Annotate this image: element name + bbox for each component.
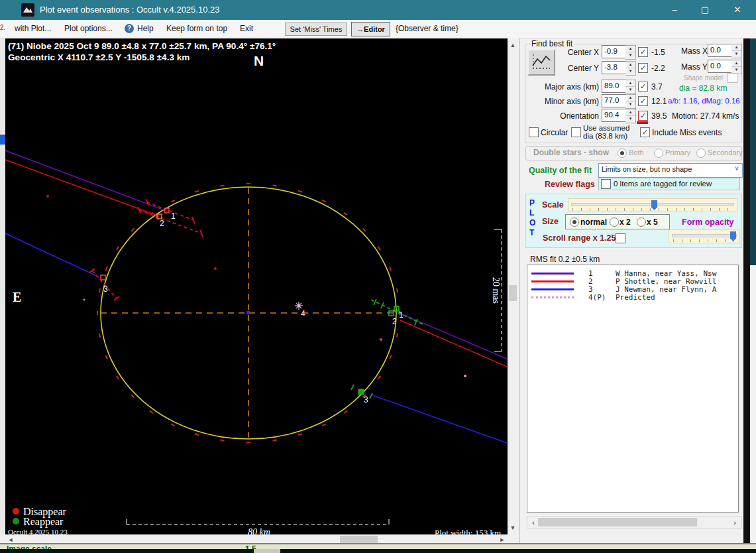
scale-slider[interactable] [568, 198, 737, 212]
minimize-button[interactable]: – [659, 0, 690, 20]
scroll-down-arrow[interactable]: ▼ [509, 524, 517, 532]
observer-line-sample [531, 296, 574, 298]
observer-row: 4(P) Predicted [527, 293, 738, 302]
horizontal-scroll-thumb[interactable] [340, 536, 378, 543]
image-scale-value: 1.5 [245, 544, 256, 549]
field-star [380, 338, 382, 341]
east-label: E [13, 290, 21, 304]
dia-text: dia = 82.8 km [679, 84, 727, 93]
center-y-unc-checkbox[interactable]: ✓ [638, 63, 648, 73]
scroll-range-checkbox[interactable] [616, 233, 625, 243]
occult-plot-window: 2. Plot event observations : Occult v.4.… [0, 0, 756, 553]
plot-width-label: Plot width: 153 km [435, 528, 501, 534]
form-opacity-slider[interactable] [669, 229, 740, 243]
mass-y-spinner[interactable]: ▲▼ [731, 60, 742, 74]
menu-exit[interactable]: Exit [240, 24, 253, 33]
background-bottom-bar [0, 549, 756, 553]
close-button[interactable]: ✕ [722, 0, 753, 20]
mass-y-input[interactable]: 0.0 [708, 60, 733, 73]
plot-vertical-scrollbar[interactable]: ▲ ▼ [508, 38, 518, 534]
maximize-button[interactable]: ▢ [690, 0, 720, 20]
km-scale-label: 80 km [248, 527, 270, 534]
mass-y-label: Mass Y [681, 62, 708, 72]
include-miss-checkbox[interactable]: ✓ [640, 127, 650, 137]
occult-version-label: Occult 4.2025.10.23 [8, 528, 68, 534]
observer-listbox[interactable]: 1 W Hanna, near Yass, Nsw 2 P Shottle, n… [527, 265, 739, 513]
plot-area[interactable]: (71) Niobe 2025 Oct 9 89.0 ±4.8 x 77.0 ±… [5, 38, 508, 534]
vertical-scroll-thumb[interactable] [509, 285, 517, 301]
editor-button[interactable]: →Editor [351, 22, 390, 36]
plot-canvas[interactable]: (71) Niobe 2025 Oct 9 89.0 ±4.8 x 77.0 ±… [5, 38, 508, 534]
double-stars-both-radio[interactable] [618, 149, 627, 158]
panel-scroll-left-arrow[interactable]: ‹ [530, 519, 537, 526]
orientation-spinner[interactable]: ▲▼ [625, 109, 636, 123]
motion-text: Motion: 27.74 km/s [672, 111, 739, 121]
major-axis-unc-checkbox[interactable]: ✓ [638, 82, 648, 92]
quality-of-fit-label: Quality of the fit [529, 166, 592, 175]
double-stars-both-label: Both [629, 149, 644, 156]
review-flags-box: 0 items are tagged for review [598, 178, 740, 190]
center-x-spinner[interactable]: ▲▼ [625, 45, 636, 60]
panel-scroll-right-arrow[interactable]: › [731, 519, 738, 526]
review-flags-text: 0 items are tagged for review [614, 180, 712, 188]
double-stars-secondary-radio[interactable] [696, 149, 706, 158]
field-star [46, 195, 49, 198]
menu-keep-form-on-top[interactable]: Keep form on top [166, 24, 227, 33]
minor-axis-unc-value: 12.1 [651, 97, 667, 106]
panel-scroll-thumb[interactable] [538, 518, 697, 526]
plot-controls-panel: P L O T Scale Size normal x 2 x 5 Form o… [525, 194, 742, 248]
mass-x-spinner[interactable]: ▲▼ [731, 44, 742, 58]
major-axis-unc-value: 3.7 [651, 82, 663, 92]
quality-of-fit-combobox[interactable]: Limits on size, but no shape ˅ [598, 163, 743, 178]
plot-letter-o: O [529, 218, 535, 227]
double-stars-primary-radio[interactable] [654, 149, 663, 158]
menu-plot-options[interactable]: Plot options... [64, 24, 113, 33]
form-opacity-slider-ticks [673, 239, 735, 242]
size-x5-radio[interactable] [637, 217, 646, 227]
set-miss-times-button[interactable]: Set 'Miss' Times [285, 23, 347, 36]
size-normal-label: normal [580, 217, 607, 227]
review-flags-checkbox[interactable] [601, 179, 611, 189]
center-x-unc-value: -1.5 [651, 48, 665, 57]
size-x2-radio[interactable] [610, 217, 619, 227]
major-axis-spinner[interactable]: ▲▼ [625, 80, 636, 94]
title-bar[interactable]: Plot event observations : Occult v.4.202… [0, 0, 756, 20]
form-opacity-label: Form opacity [682, 217, 734, 227]
form-opacity-slider-rail [672, 234, 737, 237]
app-icon [21, 3, 34, 17]
orientation-label: Orientation [526, 111, 599, 121]
center-x-input[interactable]: -0.9 [602, 45, 627, 58]
major-axis-label: Major axis (km) [526, 82, 599, 92]
scroll-up-arrow[interactable]: ▲ [509, 41, 517, 49]
menu-bar: with Plot... Plot options... ? Help Keep… [0, 20, 756, 39]
size-x2-label: x 2 [620, 217, 631, 227]
orientation-unc-checkbox[interactable]: ✓ [638, 111, 648, 121]
use-assumed-dia-checkbox[interactable] [571, 127, 581, 137]
size-x5-label: x 5 [647, 217, 658, 227]
shape-model-checkbox[interactable] [728, 73, 737, 83]
orientation-input[interactable]: 90.4 [602, 109, 627, 122]
window-title: Plot event observations : Occult v.4.202… [40, 5, 219, 15]
double-stars-label: Double stars - show [533, 148, 609, 157]
major-axis-input[interactable]: 89.0 [602, 80, 627, 93]
menu-with-plot[interactable]: with Plot... [15, 24, 51, 33]
chevron-down-icon[interactable]: ˅ [735, 165, 739, 172]
mass-x-input[interactable]: 0.0 [708, 44, 733, 57]
rms-fit-label: RMS fit 0.2 ±0.5 km [530, 255, 600, 264]
panel-horizontal-scrollbar[interactable]: ‹ › [527, 516, 742, 529]
circular-checkbox[interactable] [529, 127, 539, 137]
center-x-unc-checkbox[interactable]: ✓ [638, 47, 648, 57]
minor-axis-input[interactable]: 77.0 [602, 94, 627, 107]
minor-axis-unc-checkbox[interactable]: ✓ [638, 96, 648, 106]
size-normal-radio[interactable] [570, 217, 579, 227]
center-y-spinner[interactable]: ▲▼ [625, 61, 636, 76]
chord3-disappear-label: 3 [103, 284, 108, 294]
minor-axis-spinner[interactable]: ▲▼ [625, 94, 636, 109]
chord2-disappear-label: 2 [160, 219, 164, 228]
double-stars-primary-label: Primary [665, 149, 690, 156]
center-y-input[interactable]: -3.8 [602, 61, 627, 74]
size-radio-group: normal x 2 x 5 [565, 214, 670, 229]
plot-title-line1: (71) Niobe 2025 Oct 9 89.0 ±4.8 x 77.0 ±… [8, 41, 276, 51]
mass-x-label: Mass X [681, 46, 708, 56]
menu-help[interactable]: Help [137, 24, 154, 33]
